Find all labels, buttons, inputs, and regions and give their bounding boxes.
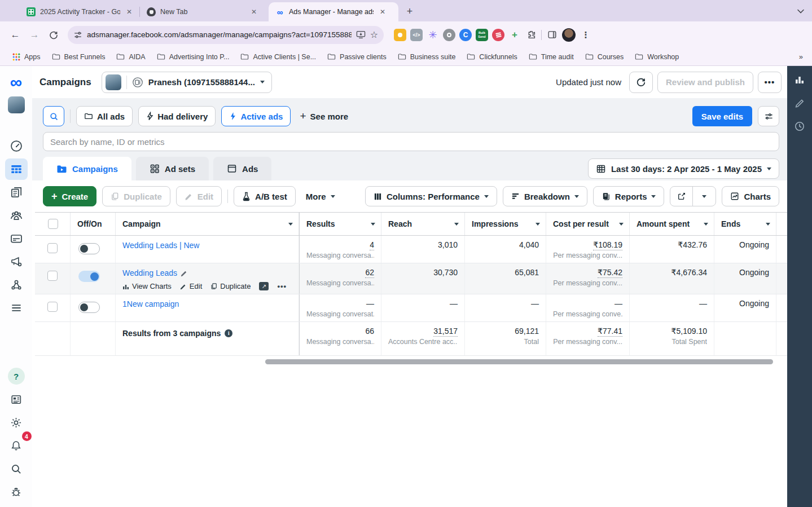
sort-caret-icon[interactable] (619, 223, 624, 226)
extension-red-icon[interactable] (492, 29, 504, 41)
extension-code-icon[interactable]: </> (410, 29, 423, 41)
tab-ad-sets[interactable]: Ad sets (136, 157, 209, 180)
filter-had-delivery[interactable]: Had delivery (138, 106, 216, 126)
pencil-icon[interactable] (181, 270, 188, 277)
ad-account-selector[interactable]: Pranesh (1097155888144... (102, 72, 272, 93)
row-checkbox[interactable] (47, 271, 58, 281)
more-options-button[interactable]: ••• (758, 72, 782, 93)
ads-settings-icon[interactable] (5, 251, 28, 272)
bookmark-folder[interactable]: Time audit (524, 51, 578, 63)
refresh-button[interactable] (629, 72, 653, 93)
extension-snowflake-icon[interactable]: ✳ (427, 29, 439, 41)
extension-camera-icon[interactable] (443, 29, 455, 41)
more-actions-icon[interactable]: ••• (277, 282, 287, 290)
extension-bulksend-icon[interactable]: BulkSend (476, 29, 488, 41)
help-icon[interactable]: ? (5, 365, 28, 387)
assets-icon[interactable] (5, 274, 28, 296)
view-charts-action[interactable]: View Charts (122, 282, 172, 290)
menu-icon[interactable] (5, 297, 28, 319)
browser-tab-sheets[interactable]: 2025 Activity Tracker - Goog ✕ (20, 2, 139, 21)
review-and-publish-button[interactable]: Review and publish (657, 72, 753, 93)
pages-icon[interactable] (5, 182, 28, 203)
bookmark-folder[interactable]: Workshop (630, 51, 683, 63)
browser-tab-ads-manager[interactable]: ∞ Ads Manager - Manage ads - ✕ (269, 2, 398, 21)
campaign-toggle[interactable] (78, 302, 100, 313)
kebab-menu-icon[interactable]: ⋮ (580, 29, 592, 41)
extension-keyword-icon[interactable] (394, 29, 406, 41)
browser-tab-newtab[interactable]: New Tab ✕ (140, 2, 269, 21)
edit-button[interactable]: Edit (176, 186, 222, 206)
campaign-link[interactable]: 1New campaign (122, 299, 179, 308)
export-options-button[interactable] (693, 187, 716, 206)
extensions-puzzle-icon[interactable] (525, 29, 537, 41)
filter-active-ads[interactable]: Active ads (221, 106, 291, 126)
tune-icon[interactable] (73, 30, 82, 39)
side-panel-icon[interactable] (546, 29, 558, 41)
info-icon[interactable]: i (225, 329, 232, 337)
edit-pencil-icon[interactable] (795, 98, 805, 108)
performance-chart-icon[interactable] (794, 74, 805, 85)
col-campaign[interactable]: Campaign (122, 219, 161, 228)
bookmark-folder[interactable]: Business suite (393, 51, 460, 63)
bookmark-folder[interactable]: Best Funnels (47, 51, 110, 63)
filter-all-ads[interactable]: All ads (76, 106, 133, 126)
ab-test-button[interactable]: A/B test (234, 186, 296, 206)
more-button[interactable]: More (301, 186, 340, 206)
campaigns-table-icon[interactable] (5, 158, 28, 180)
tab-ads[interactable]: Ads (213, 157, 271, 180)
history-clock-icon[interactable] (794, 121, 805, 132)
settings-gear-icon[interactable] (5, 412, 28, 433)
columns-button[interactable]: Columns: Performance (365, 186, 497, 206)
scrollbar-thumb[interactable] (265, 359, 773, 364)
close-icon[interactable]: ✕ (125, 7, 134, 16)
close-icon[interactable]: ✕ (249, 7, 258, 16)
filters-adjust-button[interactable] (758, 106, 779, 126)
row-checkbox[interactable] (47, 302, 58, 312)
create-button[interactable]: + Create (43, 186, 96, 206)
col-amount-spent[interactable]: Amount spent (637, 219, 690, 228)
back-icon[interactable]: ← (7, 27, 24, 43)
browser-profile-avatar[interactable] (562, 28, 576, 42)
breakdown-button[interactable]: Breakdown (503, 186, 587, 206)
overview-gauge-icon[interactable] (5, 135, 28, 157)
col-ends[interactable]: Ends (721, 219, 740, 228)
new-tab-button[interactable]: + (402, 3, 418, 19)
install-icon[interactable] (356, 30, 366, 39)
sort-caret-icon[interactable] (454, 223, 459, 226)
duplicate-button[interactable]: Duplicate (102, 186, 170, 206)
billing-icon[interactable] (5, 228, 28, 249)
save-edits-button[interactable]: Save edits (692, 106, 752, 126)
col-onoff[interactable]: Off/On (77, 219, 102, 228)
meta-logo[interactable]: ∞ (5, 72, 28, 93)
bookmark-folder[interactable]: Advertising Into P... (152, 51, 234, 63)
col-impressions[interactable]: Impressions (472, 219, 518, 228)
select-all-checkbox[interactable] (48, 219, 58, 229)
bookmark-folder[interactable]: Passive clients (323, 51, 391, 63)
campaign-link[interactable]: Wedding Leads (122, 268, 188, 277)
search-input[interactable] (43, 132, 779, 151)
sort-caret-icon[interactable] (288, 223, 293, 226)
sort-caret-icon[interactable] (766, 223, 770, 226)
bookmark-folder[interactable]: AIDA (112, 51, 150, 63)
col-cost-per-result[interactable]: Cost per result (553, 219, 609, 228)
bookmark-folder[interactable]: Courses (581, 51, 629, 63)
bookmark-folder[interactable]: Clickfunnels (462, 51, 521, 63)
reload-icon[interactable] (45, 27, 62, 43)
tab-search-chevron-icon[interactable] (794, 5, 807, 18)
edit-action[interactable]: Edit (180, 282, 202, 290)
sort-caret-icon[interactable] (371, 223, 375, 226)
col-reach[interactable]: Reach (388, 219, 412, 228)
extension-clockify-icon[interactable]: C (459, 29, 472, 41)
audience-icon[interactable] (5, 205, 28, 226)
close-icon[interactable]: ✕ (378, 7, 387, 16)
account-thumbnail[interactable] (8, 96, 25, 113)
bookmarks-overflow-icon[interactable]: » (799, 52, 804, 61)
search-icon[interactable] (5, 458, 28, 479)
export-action-icon[interactable]: ↗ (259, 282, 269, 290)
notifications-bell-icon[interactable]: 4 (5, 435, 28, 456)
bookmark-folder[interactable]: Active Clients | Se... (236, 51, 321, 63)
col-results[interactable]: Results (306, 219, 335, 228)
address-bar[interactable]: adsmanager.facebook.com/adsmanager/manag… (68, 26, 384, 44)
see-more-button[interactable]: + See more (296, 110, 352, 122)
forward-icon[interactable]: → (26, 27, 43, 43)
